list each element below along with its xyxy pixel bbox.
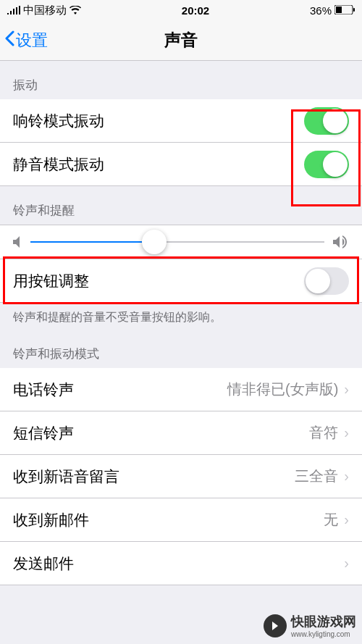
chevron-right-icon: › bbox=[344, 555, 349, 572]
voicemail-value: 三全音 bbox=[295, 467, 338, 486]
watermark-logo-icon bbox=[264, 614, 287, 637]
section-footer-ringer: 铃声和提醒的音量不受音量按钮的影响。 bbox=[0, 303, 362, 330]
text-tone-label: 短信铃声 bbox=[13, 423, 74, 443]
silent-vibrate-label: 静音模式振动 bbox=[13, 154, 104, 175]
new-mail-row[interactable]: 收到新邮件 无 › bbox=[0, 498, 362, 542]
ringtone-row[interactable]: 电话铃声 情非得已(女声版) › bbox=[0, 368, 362, 411]
volume-high-icon bbox=[333, 235, 349, 248]
status-left: 中国移动 bbox=[7, 4, 81, 17]
ringtone-value: 情非得已(女声版) bbox=[227, 380, 338, 399]
silent-vibrate-switch[interactable] bbox=[304, 151, 349, 178]
use-buttons-switch[interactable] bbox=[304, 267, 349, 295]
ring-vibrate-switch[interactable] bbox=[304, 107, 349, 135]
ringer-volume-row bbox=[0, 225, 362, 259]
silent-vibrate-row: 静音模式振动 bbox=[0, 143, 362, 186]
page-title: 声音 bbox=[0, 29, 362, 51]
volume-low-icon bbox=[13, 236, 22, 248]
status-time: 20:02 bbox=[182, 4, 209, 17]
ringtone-label: 电话铃声 bbox=[13, 380, 74, 400]
text-tone-value: 音符 bbox=[309, 423, 338, 443]
sent-mail-label: 发送邮件 bbox=[13, 553, 74, 574]
ringer-volume-slider[interactable] bbox=[30, 241, 324, 243]
sent-mail-row[interactable]: 发送邮件 › bbox=[0, 542, 362, 585]
use-buttons-label: 用按钮调整 bbox=[13, 271, 89, 291]
nav-bar: 设置 声音 bbox=[0, 20, 362, 61]
new-mail-label: 收到新邮件 bbox=[13, 510, 89, 530]
status-right: 36% bbox=[310, 4, 355, 17]
chevron-right-icon: › bbox=[344, 425, 349, 441]
watermark: 快眼游戏网 www.kyligting.com bbox=[264, 613, 356, 638]
voicemail-label: 收到新语音留言 bbox=[13, 467, 119, 487]
slider-fill bbox=[30, 241, 154, 243]
new-mail-value: 无 bbox=[324, 510, 338, 530]
section-header-vibrate: 振动 bbox=[0, 61, 362, 99]
slider-thumb[interactable] bbox=[142, 230, 167, 254]
signal-icon bbox=[7, 4, 20, 17]
carrier-label: 中国移动 bbox=[23, 4, 67, 17]
ring-vibrate-row: 响铃模式振动 bbox=[0, 99, 362, 143]
svg-rect-1 bbox=[336, 7, 342, 13]
watermark-name: 快眼游戏网 bbox=[291, 613, 356, 630]
text-tone-row[interactable]: 短信铃声 音符 › bbox=[0, 411, 362, 455]
chevron-left-icon bbox=[4, 30, 14, 51]
battery-icon bbox=[334, 4, 355, 17]
watermark-url: www.kyligting.com bbox=[291, 630, 356, 638]
svg-rect-2 bbox=[353, 8, 355, 12]
voicemail-row[interactable]: 收到新语音留言 三全音 › bbox=[0, 455, 362, 498]
wifi-icon bbox=[70, 4, 81, 17]
chevron-right-icon: › bbox=[344, 381, 349, 398]
back-button[interactable]: 设置 bbox=[0, 30, 48, 51]
ring-vibrate-label: 响铃模式振动 bbox=[13, 111, 104, 131]
battery-pct: 36% bbox=[310, 4, 332, 17]
section-header-patterns: 铃声和振动模式 bbox=[0, 330, 362, 368]
chevron-right-icon: › bbox=[344, 511, 349, 528]
status-bar: 中国移动 20:02 36% bbox=[0, 0, 362, 20]
chevron-right-icon: › bbox=[344, 468, 349, 485]
section-header-ringer: 铃声和提醒 bbox=[0, 186, 362, 225]
back-label: 设置 bbox=[16, 30, 48, 51]
use-buttons-row: 用按钮调整 bbox=[0, 259, 362, 303]
